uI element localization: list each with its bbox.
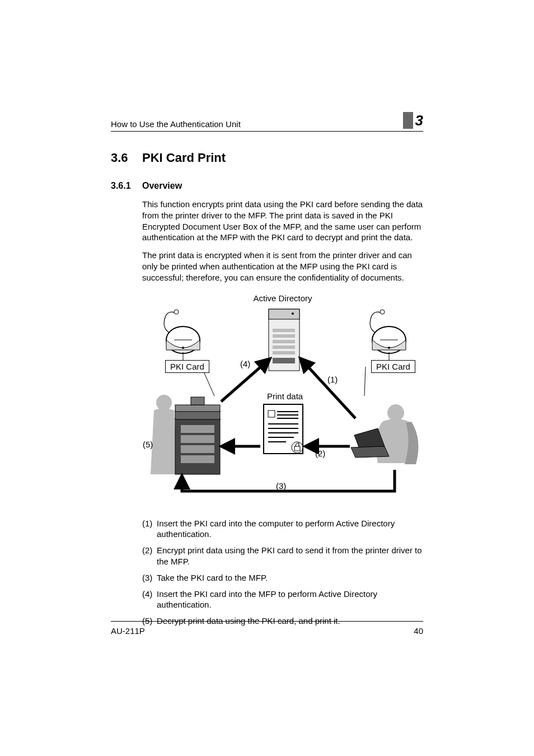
svg-rect-25 [191, 397, 204, 405]
step-number: (2) [142, 545, 157, 567]
chapter-tab-bar [403, 112, 413, 129]
svg-point-26 [387, 404, 404, 421]
svg-rect-28 [268, 410, 275, 417]
pki-card-reader-left-icon [164, 310, 200, 353]
paragraph-1: This function encrypts print data using … [142, 199, 423, 243]
diagram: PKI Card PKI Card Print data (4) (1) (2)… [143, 306, 423, 508]
svg-rect-5 [273, 346, 295, 349]
section-title: PKI Card Print [142, 151, 226, 165]
svg-point-8 [292, 312, 294, 315]
step-text: Encrypt print data using the PKI card to… [157, 545, 423, 567]
step-text: Take the PKI card to the MFP. [157, 572, 423, 584]
diagram-svg [143, 306, 423, 508]
svg-line-42 [364, 367, 366, 396]
svg-rect-4 [273, 340, 295, 343]
svg-rect-23 [181, 445, 214, 453]
step-item: (2) Encrypt print data using the PKI car… [142, 545, 423, 567]
svg-point-15 [388, 347, 390, 349]
figure: Active Directory [142, 293, 423, 508]
step-number: (3) [142, 572, 157, 584]
page-header: How to Use the Authentication Unit 3 [111, 112, 423, 132]
chapter-tab: 3 [403, 112, 423, 129]
print-data-icon [264, 404, 303, 454]
step-number: (1) [142, 518, 157, 540]
svg-rect-1 [269, 309, 299, 319]
svg-rect-3 [273, 334, 295, 338]
footer-page-number: 40 [414, 626, 423, 636]
svg-rect-7 [273, 358, 295, 363]
svg-rect-2 [273, 329, 295, 332]
server-icon [269, 309, 299, 371]
print-data-label: Print data [267, 391, 303, 401]
pki-card-reader-right-icon [370, 310, 406, 353]
callout-3: (3) [276, 481, 286, 491]
svg-point-9 [174, 310, 179, 314]
svg-point-11 [182, 347, 184, 349]
person-at-laptop-icon [351, 404, 419, 464]
svg-rect-38 [294, 446, 300, 451]
page-footer: AU-211P 40 [111, 621, 423, 636]
person-at-mfp-icon [151, 395, 220, 474]
subsection-number: 3.6.1 [111, 181, 142, 191]
section-heading: 3.6 PKI Card Print [111, 151, 423, 165]
callout-1: (1) [327, 375, 338, 384]
step-number: (4) [142, 589, 157, 611]
pki-card-label-left: PKI Card [165, 360, 209, 373]
chapter-number: 3 [415, 112, 423, 129]
section-number: 3.6 [111, 151, 142, 165]
svg-rect-24 [181, 455, 214, 463]
callout-4: (4) [240, 359, 250, 368]
svg-point-13 [380, 310, 385, 314]
step-text: Insert the PKI card into the MFP to perf… [157, 589, 423, 611]
step-item: (1) Insert the PKI card into the compute… [142, 518, 423, 540]
callout-2: (2) [315, 449, 325, 458]
svg-rect-22 [181, 435, 214, 443]
step-item: (4) Insert the PKI card into the MFP to … [142, 589, 423, 611]
svg-rect-21 [181, 425, 214, 433]
subsection-title: Overview [142, 181, 182, 191]
callout-5: (5) [143, 440, 153, 449]
paragraph-2: The print data is encrypted when it is s… [142, 250, 423, 283]
subsection-heading: 3.6.1 Overview [111, 181, 423, 191]
running-head: How to Use the Authentication Unit [111, 119, 403, 129]
svg-rect-20 [175, 405, 220, 412]
step-text: Insert the PKI card into the computer to… [157, 518, 423, 540]
step-item: (3) Take the PKI card to the MFP. [142, 572, 423, 584]
pki-card-label-right: PKI Card [371, 360, 415, 373]
svg-rect-6 [273, 351, 295, 354]
svg-point-17 [156, 395, 172, 410]
footer-model: AU-211P [111, 626, 145, 636]
figure-caption: Active Directory [142, 293, 423, 303]
step-list: (1) Insert the PKI card into the compute… [142, 518, 423, 627]
